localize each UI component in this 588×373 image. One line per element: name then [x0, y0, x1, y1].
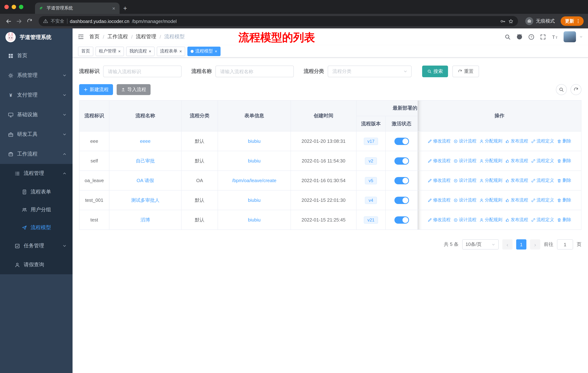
row-action-design[interactable]: 设计流程	[453, 138, 476, 144]
breadcrumb-workflow[interactable]: 工作流程	[107, 33, 128, 40]
header-search-icon[interactable]	[504, 34, 511, 40]
tag-tenant-management[interactable]: 租户管理×	[95, 46, 124, 56]
active-toggle[interactable]	[394, 157, 409, 164]
active-toggle[interactable]	[394, 216, 409, 223]
goto-page-input[interactable]	[557, 239, 573, 250]
active-toggle[interactable]	[394, 177, 409, 184]
current-page-button[interactable]: 1	[516, 239, 526, 250]
password-key-icon[interactable]	[500, 18, 506, 24]
sidebar-item-process-management[interactable]: 流程管理	[0, 164, 73, 183]
row-action-assign[interactable]: 分配规则	[479, 177, 502, 184]
tag-close-icon[interactable]: ×	[149, 49, 151, 53]
form-info-link[interactable]: biubiu	[218, 131, 291, 151]
row-action-delete[interactable]: 删除	[557, 217, 571, 223]
prev-page-button[interactable]: ‹	[502, 239, 513, 250]
maximize-window-button[interactable]	[19, 5, 23, 9]
forward-icon[interactable]	[15, 17, 23, 25]
process-name-link[interactable]: eeee	[109, 131, 181, 151]
row-action-design[interactable]: 设计流程	[453, 217, 476, 223]
row-action-assign[interactable]: 分配规则	[479, 158, 502, 164]
row-action-assign[interactable]: 分配规则	[479, 197, 502, 203]
reset-button[interactable]: 重置	[452, 66, 479, 77]
row-action-delete[interactable]: 删除	[557, 138, 571, 144]
row-action-publish[interactable]: 发布流程	[505, 138, 528, 144]
import-process-button[interactable]: 导入流程	[117, 84, 151, 95]
row-action-design[interactable]: 设计流程	[453, 197, 476, 203]
process-name-link[interactable]: 自己审批	[109, 151, 181, 171]
incognito-profile-chip[interactable]: 无痕模式	[523, 17, 557, 25]
next-page-button[interactable]: ›	[530, 239, 540, 250]
row-action-define[interactable]: 流程定义	[531, 217, 554, 223]
tag-close-icon[interactable]: ×	[118, 49, 121, 53]
user-avatar[interactable]	[564, 31, 576, 42]
row-action-edit[interactable]: 修改流程	[428, 158, 451, 164]
tag-process-model[interactable]: 流程模型×	[187, 46, 220, 56]
sidebar-item-process-model[interactable]: 流程模型	[0, 219, 73, 236]
row-action-edit[interactable]: 修改流程	[428, 217, 451, 223]
form-info-link[interactable]: biubiu	[218, 191, 291, 210]
reload-icon[interactable]	[26, 17, 33, 25]
sidebar-fold-icon[interactable]	[73, 28, 89, 45]
breadcrumb-home[interactable]: 首页	[89, 33, 100, 40]
sidebar-item-leave-query[interactable]: 请假查询	[0, 255, 73, 274]
browser-tab[interactable]: 芋道管理系统 ×	[35, 2, 120, 14]
menu-dots-icon[interactable]	[576, 19, 581, 24]
row-action-edit[interactable]: 修改流程	[428, 197, 451, 203]
row-action-publish[interactable]: 发布流程	[505, 197, 528, 203]
row-action-publish[interactable]: 发布流程	[505, 177, 528, 184]
row-action-design[interactable]: 设计流程	[453, 158, 476, 164]
process-name-link[interactable]: 测试多审批人	[109, 191, 181, 210]
process-name-link[interactable]: OA 请假	[109, 171, 181, 191]
row-action-define[interactable]: 流程定义	[531, 177, 554, 184]
close-window-button[interactable]	[4, 5, 9, 9]
create-process-button[interactable]: 新建流程	[79, 84, 113, 95]
process-id-input[interactable]	[103, 66, 181, 77]
row-action-delete[interactable]: 删除	[557, 177, 571, 184]
sidebar-item-infrastructure[interactable]: 基础设施	[0, 105, 73, 125]
font-size-icon[interactable]: TT	[552, 34, 558, 40]
form-info-link[interactable]: biubiu	[218, 151, 291, 171]
minimize-window-button[interactable]	[12, 5, 16, 9]
sidebar-item-task-management[interactable]: 任务管理	[0, 236, 73, 255]
process-category-select[interactable]: 流程分类	[328, 66, 411, 77]
row-action-assign[interactable]: 分配规则	[479, 217, 502, 223]
update-button[interactable]: 更新	[561, 16, 584, 26]
row-action-delete[interactable]: 删除	[557, 158, 571, 164]
address-bar[interactable]: 不安全 dashboard.yudao.iocoder.cn/bpm/manag…	[39, 16, 518, 26]
help-icon[interactable]: ?	[528, 34, 535, 40]
sidebar-item-home[interactable]: 首页	[0, 46, 73, 66]
row-action-publish[interactable]: 发布流程	[505, 158, 528, 164]
process-name-input[interactable]	[215, 66, 294, 77]
sidebar-item-dev-tools[interactable]: 研发工具	[0, 125, 73, 144]
process-name-link[interactable]: 滔博	[109, 210, 181, 230]
breadcrumb-process-management[interactable]: 流程管理	[136, 33, 156, 40]
tag-my-process[interactable]: 我的流程×	[126, 46, 155, 56]
sidebar-item-system-management[interactable]: 系统管理	[0, 66, 73, 85]
sidebar-item-workflow[interactable]: 工作流程	[0, 144, 73, 164]
github-icon[interactable]	[516, 33, 523, 40]
new-tab-button[interactable]: +	[120, 5, 131, 14]
row-action-edit[interactable]: 修改流程	[428, 177, 451, 184]
row-action-define[interactable]: 流程定义	[531, 138, 554, 144]
refresh-table-button[interactable]	[570, 84, 581, 95]
tab-close-icon[interactable]: ×	[112, 5, 116, 11]
row-action-define[interactable]: 流程定义	[531, 158, 554, 164]
row-action-define[interactable]: 流程定义	[531, 197, 554, 203]
row-action-edit[interactable]: 修改流程	[428, 138, 451, 144]
sidebar-item-payment-management[interactable]: ¥ 支付管理	[0, 85, 73, 105]
form-info-link[interactable]: /bpm/oa/leave/create	[218, 171, 291, 191]
active-toggle[interactable]	[394, 138, 409, 145]
search-button[interactable]: 搜索	[422, 66, 448, 77]
back-icon[interactable]	[4, 17, 13, 25]
bookmark-star-icon[interactable]	[508, 18, 514, 24]
sidebar-item-process-form[interactable]: 流程表单	[0, 183, 73, 201]
active-toggle[interactable]	[394, 197, 409, 204]
row-action-publish[interactable]: 发布流程	[505, 217, 528, 223]
tag-close-icon[interactable]: ×	[215, 49, 217, 53]
tag-home[interactable]: 首页	[78, 46, 93, 56]
form-info-link[interactable]: biubiu	[218, 210, 291, 230]
fullscreen-icon[interactable]	[540, 34, 546, 40]
tag-close-icon[interactable]: ×	[179, 49, 182, 53]
row-action-delete[interactable]: 删除	[557, 197, 571, 203]
show-search-button[interactable]	[556, 84, 567, 95]
